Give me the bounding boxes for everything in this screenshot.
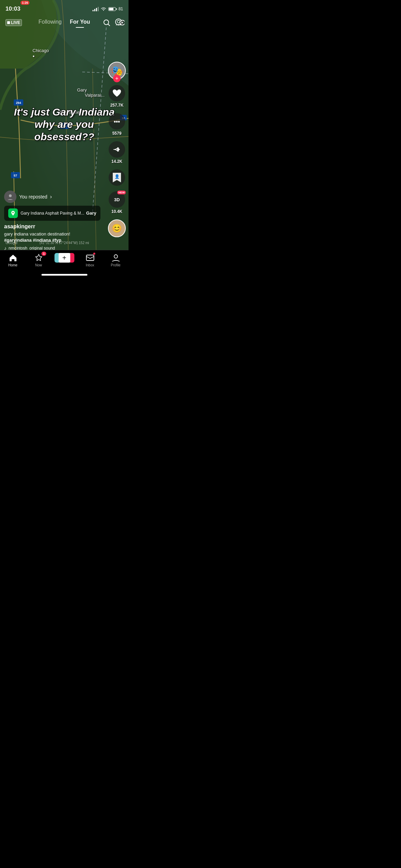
creator-avatar-container[interactable]: 🎭 + (108, 62, 126, 80)
battery-icon (108, 7, 117, 11)
status-bar: 10:03 81 (0, 0, 129, 15)
home-indicator (41, 274, 87, 276)
profile-icon[interactable] (115, 19, 124, 27)
svg-point-23 (9, 194, 12, 197)
location-name: Gary Indiana Asphalt Paving & M... (21, 211, 84, 216)
comment-button[interactable]: 5579 (109, 113, 125, 136)
share-icon-container (109, 141, 125, 158)
right-sidebar: 🎭 + 257.7K 5579 14.2K (108, 62, 126, 237)
location-city: Gary (86, 210, 96, 216)
nav-home[interactable]: Home (0, 253, 26, 267)
svg-text:57: 57 (14, 174, 17, 177)
nav-create[interactable]: + (51, 253, 77, 263)
reposted-text: You reposted › (19, 194, 52, 200)
svg-point-26 (114, 255, 118, 258)
create-button[interactable]: + (57, 253, 72, 263)
svg-point-24 (12, 212, 14, 213)
status-time: 10:03 (5, 5, 20, 12)
map-label-valparaiso: Valparai... (85, 93, 105, 98)
nav-right-icons (102, 19, 124, 27)
hashtags[interactable]: #garyindiana #indiana #fyp (4, 238, 61, 243)
heart-icon (112, 89, 122, 98)
location-bar[interactable]: Gary Indiana Asphalt Paving & M... Gary (4, 206, 100, 221)
reposted-bar[interactable]: You reposted › (4, 191, 100, 203)
live-icon (7, 21, 10, 24)
video-description: gary indiana vacation destination! #gary… (4, 231, 100, 243)
3d-effect-button[interactable]: 3D NEW 10.4K (109, 191, 125, 214)
3d-label: 3D (114, 197, 120, 202)
signal-bars-icon (93, 7, 99, 11)
map-label-gary: Gary (77, 87, 87, 93)
comment-icon (112, 117, 122, 126)
notification-badge: 1:26 (21, 1, 29, 5)
3d-badge: NEW (117, 191, 126, 194)
comment-icon-container (109, 113, 125, 130)
like-button[interactable]: 257.7K (109, 85, 125, 108)
username[interactable]: asapkingerr (4, 224, 100, 230)
nav-tabs: Following For You (38, 19, 90, 26)
inbox-icon-container (85, 253, 95, 263)
svg-line-12 (108, 24, 110, 26)
share-count: 14.2K (111, 159, 122, 164)
plus-icon: + (62, 254, 66, 262)
live-button[interactable]: LIVE (5, 19, 22, 26)
wifi-icon (100, 7, 107, 11)
bookmark-icon: 👤 (113, 173, 121, 182)
nav-now[interactable]: 1 Now (26, 253, 51, 267)
bookmark-person-icon: 👤 (114, 174, 120, 179)
profile-nav-icon (111, 253, 121, 263)
nav-inbox[interactable]: Inbox (77, 253, 103, 267)
now-icon-container: 1 (34, 253, 44, 263)
bookmark-icon-container: 👤 (109, 169, 125, 186)
reposted-arrow-icon: › (50, 194, 52, 200)
inbox-notification-dot (93, 252, 96, 255)
duet-avatar: 😊 (108, 219, 126, 237)
svg-text:294: 294 (16, 101, 21, 105)
now-badge: 1 (41, 252, 46, 256)
location-icon (8, 208, 18, 218)
3d-count: 10.4K (111, 209, 122, 214)
battery-percent: 81 (119, 7, 123, 11)
status-icons: 81 (93, 7, 123, 11)
reposted-avatar (4, 191, 16, 203)
description-text: gary indiana vacation destination! (4, 231, 70, 237)
bottom-info: You reposted › Gary Indiana Asphalt Pavi… (0, 191, 105, 251)
search-icon[interactable] (102, 19, 111, 27)
follow-button[interactable]: + (113, 75, 121, 82)
like-icon-container (109, 85, 125, 101)
share-icon (112, 145, 121, 154)
inbox-label: Inbox (86, 263, 94, 267)
svg-point-19 (116, 121, 118, 123)
svg-point-14 (117, 20, 120, 23)
top-navigation: LIVE Following For You (0, 15, 129, 30)
caption-text: It's just Gary Indiana why are you obses… (7, 106, 122, 143)
tab-for-you[interactable]: For You (70, 19, 90, 26)
live-label: LIVE (11, 20, 20, 25)
like-count: 257.7K (110, 103, 124, 108)
nav-profile[interactable]: Profile (103, 253, 129, 267)
3d-icon-container: 3D NEW (109, 191, 125, 208)
location-left: Gary Indiana Asphalt Paving & M... (8, 208, 84, 218)
map-label-chicago: Chicago ● (33, 48, 49, 58)
comment-count: 5579 (112, 131, 122, 136)
tab-following[interactable]: Following (38, 19, 62, 26)
now-label: Now (35, 263, 42, 267)
profile-label: Profile (111, 263, 120, 267)
svg-point-20 (118, 121, 120, 123)
svg-point-18 (114, 121, 116, 123)
share-button[interactable]: 14.2K (109, 141, 125, 164)
home-icon (8, 253, 18, 263)
duet-avatar-container[interactable]: 😊 (108, 219, 126, 237)
svg-rect-25 (86, 255, 94, 261)
home-label: Home (8, 263, 17, 267)
save-button[interactable]: 👤 (109, 169, 125, 186)
